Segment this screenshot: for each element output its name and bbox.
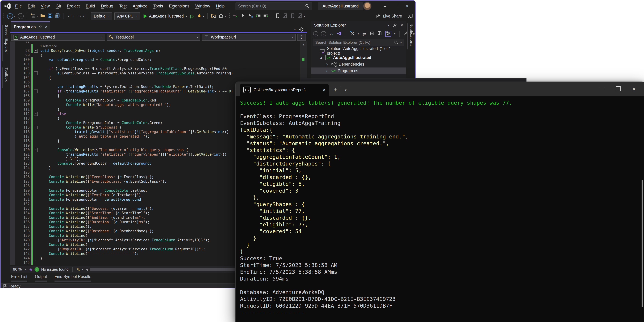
tree-item-dependencies[interactable]: ▷Dependencies xyxy=(311,61,406,67)
preview-selected-items-button[interactable] xyxy=(378,31,382,36)
code-line-98[interactable]: 98−void QueryTrace_OnEvent(object sender… xyxy=(10,48,300,53)
find-in-files-button[interactable] xyxy=(211,13,216,19)
codelens-row[interactable]: 1 reference xyxy=(10,44,300,48)
forward-button[interactable]: → xyxy=(321,31,326,36)
type-dropdown[interactable]: TestModel ▾ xyxy=(106,34,200,41)
code-line-100[interactable]: 100 var defaultForeground = Console.Fore… xyxy=(10,57,300,62)
health-check-icon[interactable]: ✓ xyxy=(34,267,39,272)
member-dropdown[interactable]: WorkspaceUrl ▾ xyxy=(202,34,296,41)
codelens-icon[interactable]: ◈ xyxy=(29,267,32,272)
editor-tab-program-cs[interactable]: Program.cs × xyxy=(11,21,50,32)
fold-toggle[interactable]: − xyxy=(34,71,38,75)
next-bookmark-button[interactable] xyxy=(290,13,295,19)
dock-tab-server-explorer[interactable]: Server Explorer xyxy=(2,25,9,61)
menu-edit[interactable]: Edit xyxy=(25,4,38,8)
navigate-back-button[interactable]: ← xyxy=(7,13,13,19)
fold-toggle[interactable]: − xyxy=(34,89,38,93)
terminal-scrollbar[interactable] xyxy=(642,180,643,307)
multi-caret-button[interactable] xyxy=(248,13,254,19)
expander-icon[interactable]: ▷ xyxy=(325,69,329,72)
solution-explorer-search-input[interactable]: Search Solution Explorer (Ctrl+;) ▾ xyxy=(313,39,404,46)
switch-views-button[interactable] xyxy=(337,31,342,36)
menu-debug[interactable]: Debug xyxy=(98,4,116,8)
panel-tab-output[interactable]: Output xyxy=(35,274,47,282)
start-debugging-button[interactable]: AutoAggsIllustrated ▾ xyxy=(142,14,188,18)
gear-icon[interactable] xyxy=(299,27,304,32)
dock-tab-toolbox[interactable]: Toolbox xyxy=(2,67,9,88)
clear-bookmarks-button[interactable] xyxy=(298,13,303,19)
close-button[interactable]: × xyxy=(402,2,413,10)
close-icon[interactable]: × xyxy=(401,23,403,27)
live-share-button[interactable]: Live Share xyxy=(376,13,413,19)
pending-changes-filter-button[interactable] xyxy=(350,31,355,36)
code-line-104[interactable]: 104 { xyxy=(10,75,300,80)
terminal-output[interactable]: Success! 1 auto aggs table(s) generated!… xyxy=(236,96,644,316)
show-all-files-button[interactable] xyxy=(385,31,391,37)
panel-tab-error-list[interactable]: Error List xyxy=(11,274,27,282)
back-button[interactable]: ← xyxy=(313,31,318,36)
account-avatar[interactable] xyxy=(363,2,372,10)
document-list-dropdown[interactable]: ▾ xyxy=(294,28,296,31)
toolbar-drag-handle[interactable] xyxy=(3,13,4,19)
tab-dropdown-button[interactable]: ▾ xyxy=(345,88,347,92)
redo-button[interactable]: ↷ xyxy=(77,13,82,19)
minimize-button[interactable]: – xyxy=(380,2,390,10)
open-folder-button[interactable] xyxy=(40,13,45,19)
chevron-down-icon[interactable]: ▾ xyxy=(358,32,359,35)
fold-toggle[interactable]: − xyxy=(34,148,38,152)
save-all-button[interactable] xyxy=(55,13,60,19)
previous-bookmark-button[interactable] xyxy=(282,13,288,19)
new-tab-button[interactable]: + xyxy=(334,86,337,93)
scroll-up-icon[interactable]: ▲ xyxy=(300,43,307,46)
chevron-down-icon[interactable]: ▾ xyxy=(37,14,38,18)
code-line-99[interactable]: 99{ xyxy=(10,53,300,57)
pin-icon[interactable] xyxy=(393,23,397,27)
menu-file[interactable]: File xyxy=(12,4,25,8)
close-icon[interactable]: × xyxy=(45,25,48,29)
menu-analyze[interactable]: Analyze xyxy=(130,4,150,8)
new-project-button[interactable] xyxy=(30,13,36,19)
menu-window[interactable]: Window xyxy=(192,4,213,8)
solution-platform-dropdown[interactable]: Any CPU ▾ xyxy=(114,12,140,20)
maximize-button[interactable] xyxy=(616,86,620,91)
pin-icon[interactable] xyxy=(38,25,42,29)
home-button[interactable]: ⌂ xyxy=(329,31,334,36)
decrease-indent-button[interactable] xyxy=(256,13,261,19)
increase-indent-button[interactable] xyxy=(263,13,268,19)
project-dropdown[interactable]: C# AutoAggsIllustrated ▾ xyxy=(11,34,105,41)
close-icon[interactable]: × xyxy=(323,87,326,93)
chevron-down-icon[interactable]: ▾ xyxy=(400,41,402,44)
expander-icon[interactable]: ▷ xyxy=(325,63,329,66)
scroll-left-icon[interactable]: ◀ xyxy=(86,267,88,272)
toggle-bookmark-button[interactable] xyxy=(275,13,280,19)
menu-view[interactable]: View xyxy=(38,4,53,8)
spell-check-button[interactable]: abc xyxy=(233,13,238,19)
save-button[interactable] xyxy=(48,13,53,19)
split-editor-button[interactable]: ⇕ xyxy=(297,34,306,41)
fold-toggle[interactable]: − xyxy=(34,126,38,129)
menu-project[interactable]: Project xyxy=(64,4,83,8)
fold-toggle[interactable]: − xyxy=(34,112,38,116)
zoom-dropdown[interactable]: 90 % ▾ xyxy=(12,267,27,272)
terminal-tab[interactable]: C:\ C:\Users\kayu\source\Repos\ × xyxy=(240,84,328,96)
tree-item-solution-autoaggsillustrated-1[interactable]: Solution 'AutoAggsIllustrated' (1 of 1 p… xyxy=(311,48,406,54)
menu-build[interactable]: Build xyxy=(83,4,98,8)
code-line-97[interactable]: 97 xyxy=(10,41,300,44)
fold-toggle[interactable]: − xyxy=(34,49,38,52)
menu-tools[interactable]: Tools xyxy=(150,4,166,8)
navigate-home-button[interactable] xyxy=(218,13,224,19)
panel-tab-find-symbol-results[interactable]: Find Symbol Results xyxy=(54,274,91,282)
chevron-down-icon[interactable]: ▾ xyxy=(82,268,84,271)
collapse-all-button[interactable] xyxy=(370,31,374,36)
navigate-forward-button[interactable]: → xyxy=(18,13,24,19)
chevron-down-icon[interactable]: ▾ xyxy=(73,14,75,18)
chevron-down-icon[interactable]: ▾ xyxy=(388,23,389,27)
quick-search-input[interactable]: Search (Ctrl+Q) xyxy=(236,2,312,10)
chevron-down-icon[interactable]: ▾ xyxy=(14,14,16,18)
code-line-101[interactable]: 101 xyxy=(10,62,300,66)
minimize-button[interactable] xyxy=(600,89,604,89)
code-line-102[interactable]: 102 if (e.EventClass == Microsoft.Analys… xyxy=(10,66,300,71)
code-line-103[interactable]: 103− e.EventSubclass == Microsoft.Analys… xyxy=(10,71,300,75)
expander-icon[interactable]: ◢ xyxy=(319,56,324,59)
start-without-debugging-button[interactable]: ▷ xyxy=(190,13,194,19)
